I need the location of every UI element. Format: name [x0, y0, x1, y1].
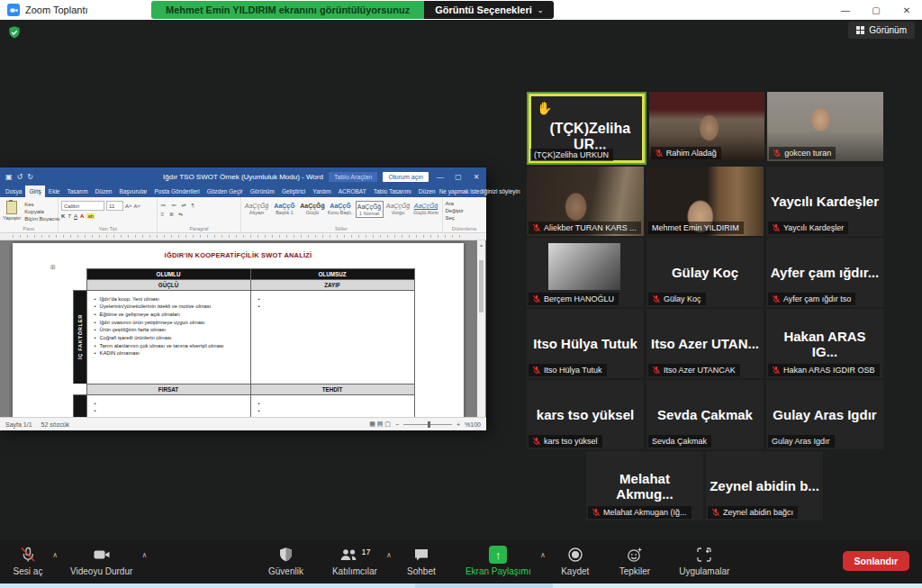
tab-gorunum[interactable]: Görünüm: [247, 185, 278, 197]
participant-tile-karstso[interactable]: kars tso yüksel kars tso yüksel: [527, 380, 644, 449]
replace-button[interactable]: Değiştir: [446, 208, 484, 213]
participants-count: 17: [361, 547, 370, 556]
participants-caret[interactable]: ∧: [386, 551, 392, 559]
record-button[interactable]: Kaydet: [560, 545, 591, 576]
tab-tasarim[interactable]: Tasarım: [63, 185, 91, 197]
word-minimize-button[interactable]: —: [434, 173, 447, 181]
participant-name-label: (TÇK)Zeliha URKUN: [530, 149, 613, 161]
participant-tile-gokcen[interactable]: gokcen turan: [767, 92, 883, 161]
font-color-button[interactable]: A: [80, 213, 84, 219]
tab-basvurular[interactable]: Başvurular: [115, 185, 150, 197]
scrollbar-thumb[interactable]: [479, 260, 484, 312]
participant-tile-sevda[interactable]: Sevda Çakmak Sevda Çakmak: [646, 380, 764, 449]
participant-tile-mehmet[interactable]: Mehmet Emin YILDIRIM: [646, 167, 764, 236]
align-buttons[interactable]: ≡ ≣ ⇆: [160, 211, 237, 217]
find-button[interactable]: Ara: [446, 201, 484, 206]
sign-in-button[interactable]: Oturum açın: [383, 172, 429, 182]
view-mode-icons[interactable]: ▦ ▤ ▢: [369, 421, 391, 428]
tab-tablo-duzen[interactable]: Düzen: [415, 185, 439, 197]
participant-tile-yaycili[interactable]: Yaycılı Kardeşler Yaycılı Kardeşler: [766, 167, 883, 236]
reactions-button[interactable]: Tepkiler: [619, 545, 650, 576]
participant-tile-melahat[interactable]: Melahat Akmug... Melahat Akmugan (Iğ...: [586, 451, 703, 520]
cut-button[interactable]: Kes: [24, 202, 59, 207]
close-button[interactable]: ✕: [891, 0, 922, 20]
stop-video-button[interactable]: Videoyu Durdur ∧: [70, 545, 132, 576]
document-canvas[interactable]: IĞDIR'IN KOOPERATİFÇİLİK SWOT ANALİZİ ⊞ …: [0, 240, 486, 417]
style-guclu[interactable]: AaÇçĞğGüçlü: [300, 201, 326, 218]
tab-gozden-gecir[interactable]: Gözden Geçir: [203, 185, 247, 197]
shrink-font-button[interactable]: A˅: [134, 204, 141, 209]
mic-muted-icon: [772, 294, 781, 303]
zoom-slider-thumb[interactable]: [428, 421, 430, 428]
italic-button[interactable]: T: [68, 213, 71, 219]
end-meeting-button[interactable]: Sonlandır: [843, 551, 909, 571]
document-scrollbar[interactable]: ▴: [477, 240, 485, 417]
document-page[interactable]: IĞDIR'IN KOOPERATİFÇİLİK SWOT ANALİZİ ⊞ …: [13, 243, 464, 417]
participant-name-label: Gulay Aras Igdır: [768, 435, 835, 448]
share-screen-button[interactable]: ↑ Ekran Paylaşımı ∧: [466, 545, 531, 576]
participant-tile-hulya[interactable]: Itso Hülya Tutuk Itso Hülya Tutuk: [527, 309, 644, 378]
tab-dosya[interactable]: Dosya: [2, 185, 25, 197]
mic-options-caret[interactable]: ∧: [52, 551, 58, 559]
tab-duzen[interactable]: Düzen: [92, 185, 116, 197]
scroll-up-icon[interactable]: ▴: [477, 240, 485, 249]
word-maximize-button[interactable]: ▢: [452, 173, 465, 181]
tab-acrobat[interactable]: ACROBAT: [335, 185, 370, 197]
font-name-select[interactable]: Calibri: [61, 201, 104, 211]
maximize-button[interactable]: ▢: [861, 0, 891, 20]
underline-button[interactable]: A: [74, 213, 77, 219]
select-button[interactable]: Seç: [446, 215, 484, 221]
word-count[interactable]: 52 sözcük: [41, 421, 70, 428]
zoom-in-button[interactable]: +: [456, 421, 460, 428]
style-baslik1[interactable]: AaÇçĞBaşlık 1: [272, 201, 298, 218]
list-buttons[interactable]: ≔ ≕ ⇄ ¶: [160, 202, 237, 208]
page-indicator[interactable]: Sayfa 1/1: [5, 421, 32, 428]
participant-tile-rahim[interactable]: Rahim Aladağ: [649, 92, 765, 161]
apps-button[interactable]: Uygulamalar: [679, 545, 729, 576]
participant-tile-aliekber[interactable]: Aliekber TURAN KARS ...: [527, 167, 644, 236]
copy-button[interactable]: Kopyala: [24, 209, 59, 214]
participant-tile-zeynel[interactable]: Zeynel abidin b... Zeynel abidin bağcı: [706, 451, 823, 520]
zoom-out-button[interactable]: −: [395, 421, 399, 428]
style-normal[interactable]: AaÇçĞğ1 Normal: [356, 201, 384, 218]
ribbon-tabs: Dosya Giriş Ekle Tasarım Düzen Başvurula…: [0, 185, 486, 197]
view-button[interactable]: Görünüm: [848, 22, 915, 39]
bold-button[interactable]: K: [61, 213, 65, 219]
paste-button[interactable]: Yapıştır: [3, 199, 21, 225]
participants-button[interactable]: 17 Katılımcılar ∧: [332, 545, 377, 576]
participant-tile-gulay-koc[interactable]: Gülay Koç Gülay Koç: [646, 238, 764, 307]
tab-yardim[interactable]: Yardım: [309, 185, 334, 197]
font-size-select[interactable]: 11: [106, 201, 123, 211]
word-close-button[interactable]: ✕: [470, 173, 483, 181]
grow-font-button[interactable]: A˄: [125, 204, 132, 209]
security-button[interactable]: Güvenlik: [268, 545, 303, 576]
participant-tile-azer[interactable]: Itso Azer UTAN... Itso Azer UTANCAK: [646, 309, 764, 378]
participant-tile-zeliha[interactable]: ✋ (TÇK)Zeliha UR... (TÇK)Zeliha URKUN: [527, 92, 646, 165]
style-guclu-alinti[interactable]: AaÇçĞğGüçlü Alıntı: [413, 201, 439, 218]
minimize-button[interactable]: —: [830, 0, 861, 20]
tab-ekle[interactable]: Ekle: [45, 185, 64, 197]
tell-me-box[interactable]: Ne yapmak istediğinizi söyleyin: [439, 188, 520, 194]
format-painter-button[interactable]: Biçim Boyacısı: [24, 216, 59, 222]
tab-giris[interactable]: Giriş: [25, 185, 44, 197]
highlight-button[interactable]: ab: [86, 213, 95, 219]
tab-gelistirici[interactable]: Geliştirici: [278, 185, 309, 197]
quick-access-toolbar[interactable]: ▣ ↺ ↻: [5, 173, 33, 181]
style-vurgu[interactable]: AaÇçĞğVurgu: [385, 201, 411, 218]
zoom-percent[interactable]: %100: [465, 421, 481, 428]
table-move-handle[interactable]: ⊞: [50, 264, 56, 271]
participant-tile-hakan[interactable]: Hakan ARAS IG... Hakan ARAS IGDIR OSB: [766, 309, 883, 378]
participant-tile-gulay-aras[interactable]: Gulay Aras Igdır Gulay Aras Igdır: [766, 380, 883, 449]
style-altyazi[interactable]: AaÇçĞğAltyazı: [244, 201, 270, 218]
video-options-caret[interactable]: ∧: [141, 551, 147, 559]
chat-button[interactable]: Sohbet: [406, 545, 437, 576]
participant-tile-bercem[interactable]: Berçem HANOĞLU: [527, 238, 644, 307]
zoom-slider[interactable]: [403, 424, 452, 425]
tab-posta[interactable]: Posta Gönderileri: [150, 185, 203, 197]
style-konu-basligi[interactable]: AaÇçĞKonu Başlı...: [328, 201, 354, 218]
participant-tile-ayfer[interactable]: Ayfer çam ığdır... Ayfer çam ığdır tso: [766, 238, 883, 307]
unmute-button[interactable]: Sesi aç ∧: [13, 545, 43, 576]
share-options-caret[interactable]: ∧: [540, 551, 546, 559]
tab-tablo-tasarimi[interactable]: Tablo Tasarımı: [370, 185, 415, 197]
view-options-button[interactable]: Görüntü Seçenekleri ⌄: [424, 1, 554, 19]
